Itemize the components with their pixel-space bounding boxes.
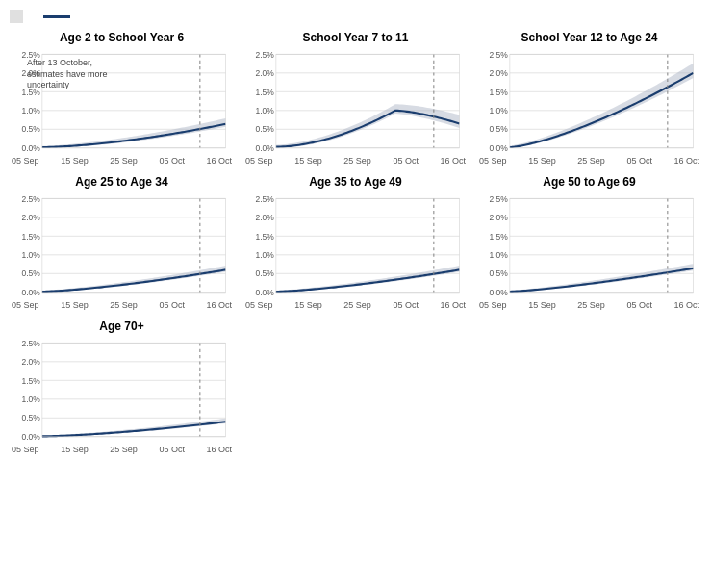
x-label: 05 Oct [159,445,185,454]
chart-age2-school6: Age 2 to School Year 60.0%0.5%1.0%1.5%2.… [10,31,234,166]
svg-text:2.5%: 2.5% [21,339,40,348]
x-label: 05 Oct [393,300,419,310]
x-label: 25 Sep [110,156,138,166]
svg-text:0.0%: 0.0% [21,143,40,153]
x-label: 15 Sep [61,445,89,454]
x-label: 05 Sep [245,156,273,166]
x-label: 15 Sep [294,300,322,310]
svg-text:1.0%: 1.0% [489,106,508,115]
svg-text:1.5%: 1.5% [21,232,40,242]
legend-line-box [43,15,70,18]
chart-area-school7-11: 0.0%0.5%1.0%1.5%2.0%2.5% [243,48,468,154]
svg-text:2.5%: 2.5% [489,194,508,204]
svg-text:2.5%: 2.5% [255,194,274,204]
svg-text:1.5%: 1.5% [489,232,508,242]
chart-title-school7-11: School Year 7 to 11 [243,31,468,44]
chart-title-age50-69: Age 50 to Age 69 [477,175,701,189]
x-label: 16 Oct [440,156,466,166]
x-label: 15 Sep [61,156,89,166]
chart-school12-age24: School Year 12 to Age 240.0%0.5%1.0%1.5%… [477,31,701,166]
svg-text:1.0%: 1.0% [21,395,40,404]
svg-text:0.5%: 0.5% [489,268,508,278]
legend-line [43,15,75,18]
chart-age25-34: Age 25 to Age 340.0%0.5%1.0%1.5%2.0%2.5%… [10,175,234,310]
x-axis-school7-11: 05 Sep15 Sep25 Sep05 Oct16 Oct [243,156,468,166]
svg-text:0.5%: 0.5% [255,268,274,278]
svg-text:2.0%: 2.0% [489,68,508,78]
x-label: 25 Sep [343,156,371,166]
svg-text:0.0%: 0.0% [255,288,274,297]
x-label: 16 Oct [206,156,232,166]
x-label: 16 Oct [673,300,699,310]
x-label: 05 Sep [12,156,39,166]
svg-text:2.0%: 2.0% [255,213,274,222]
svg-text:1.0%: 1.0% [21,250,40,260]
svg-text:1.5%: 1.5% [255,232,274,242]
x-label: 15 Sep [528,300,556,310]
x-label: 05 Oct [393,156,419,166]
svg-text:0.5%: 0.5% [21,124,40,134]
svg-text:2.0%: 2.0% [489,213,508,222]
x-label: 15 Sep [61,300,89,310]
chart-area-age50-69: 0.0%0.5%1.0%1.5%2.0%2.5% [477,192,701,298]
svg-text:1.5%: 1.5% [489,88,508,97]
x-label: 25 Sep [343,300,371,310]
x-axis-age50-69: 05 Sep15 Sep25 Sep05 Oct16 Oct [477,300,701,310]
svg-text:2.0%: 2.0% [21,213,40,222]
svg-text:1.0%: 1.0% [255,106,274,115]
svg-rect-83 [510,198,694,292]
svg-rect-69 [276,198,460,292]
svg-rect-27 [276,54,460,147]
svg-text:1.0%: 1.0% [255,250,274,260]
charts-bottom-row: Age 70+0.0%0.5%1.0%1.5%2.0%2.5%05 Sep15 … [10,320,701,454]
svg-text:0.0%: 0.0% [255,143,274,153]
x-label: 15 Sep [294,156,322,166]
x-label: 16 Oct [673,156,699,166]
svg-text:1.0%: 1.0% [21,106,40,115]
chart-age70plus: Age 70+0.0%0.5%1.0%1.5%2.0%2.5%05 Sep15 … [10,320,234,454]
chart-title-school12-age24: School Year 12 to Age 24 [477,31,701,44]
x-axis-age25-34: 05 Sep15 Sep25 Sep05 Oct16 Oct [10,300,234,310]
x-axis-age70plus: 05 Sep15 Sep25 Sep05 Oct16 Oct [10,445,234,454]
svg-text:1.5%: 1.5% [21,376,40,386]
x-axis-age2-school6: 05 Sep15 Sep25 Sep05 Oct16 Oct [10,156,234,166]
x-label: 05 Oct [626,300,652,310]
x-label: 05 Oct [159,300,185,310]
svg-text:2.0%: 2.0% [255,68,274,78]
svg-text:2.5%: 2.5% [255,50,274,60]
legend-interval [10,10,28,23]
svg-text:0.5%: 0.5% [489,124,508,134]
chart-legend [10,10,701,23]
chart-area-age25-34: 0.0%0.5%1.0%1.5%2.0%2.5% [10,192,234,298]
chart-title-age35-49: Age 35 to Age 49 [243,175,468,189]
x-label: 25 Sep [577,300,605,310]
svg-text:0.0%: 0.0% [489,143,508,153]
svg-text:0.0%: 0.0% [21,432,40,442]
svg-rect-41 [510,54,694,147]
chart-age50-69: Age 50 to Age 690.0%0.5%1.0%1.5%2.0%2.5%… [477,175,701,310]
chart-area-age2-school6: 0.0%0.5%1.0%1.5%2.0%2.5%After 13 October… [10,48,234,154]
svg-rect-55 [42,198,226,292]
chart-title-age2-school6: Age 2 to School Year 6 [10,31,234,44]
svg-text:2.5%: 2.5% [489,50,508,60]
svg-text:1.0%: 1.0% [489,250,508,260]
svg-text:0.0%: 0.0% [489,288,508,297]
charts-grid: Age 2 to School Year 60.0%0.5%1.0%1.5%2.… [10,31,701,310]
x-label: 05 Sep [479,300,507,310]
chart-annotation-age2-school6: After 13 October, estimates have more un… [27,58,114,91]
legend-interval-box [10,10,23,23]
x-label: 25 Sep [110,445,138,454]
x-label: 16 Oct [206,445,232,454]
x-label: 05 Sep [479,156,507,166]
chart-age35-49: Age 35 to Age 490.0%0.5%1.0%1.5%2.0%2.5%… [243,175,468,310]
x-label: 15 Sep [528,156,556,166]
x-label: 16 Oct [440,300,466,310]
chart-title-age25-34: Age 25 to Age 34 [10,175,234,189]
x-axis-school12-age24: 05 Sep15 Sep25 Sep05 Oct16 Oct [477,156,701,166]
x-label: 05 Sep [12,445,39,454]
x-label: 05 Oct [626,156,652,166]
x-axis-age35-49: 05 Sep15 Sep25 Sep05 Oct16 Oct [243,300,468,310]
svg-text:2.0%: 2.0% [21,357,40,367]
svg-text:0.5%: 0.5% [21,413,40,422]
svg-text:1.5%: 1.5% [255,88,274,97]
